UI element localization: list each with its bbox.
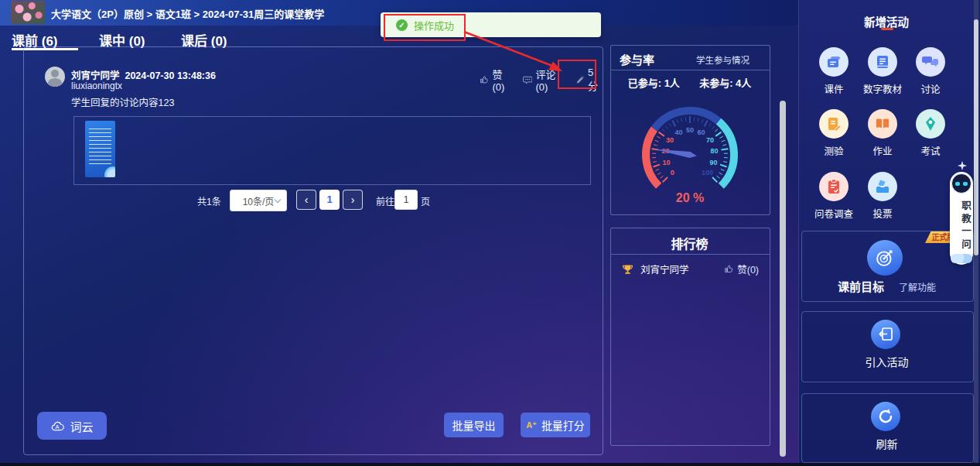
content-scrollbar[interactable] [780, 101, 786, 457]
activity-label: 课件 [809, 81, 859, 96]
activity-vote[interactable]: 投票 [858, 172, 907, 221]
wordcloud-button[interactable]: A 词云 [37, 412, 107, 440]
comment-content: 学生回复的讨论内容123 [71, 94, 174, 109]
comment-meta: 赞(0) 评论(0) 5分 [480, 67, 602, 93]
check-circle-icon: ✓ [396, 19, 408, 31]
trophy-icon [621, 263, 634, 276]
activity-label: 考试 [906, 143, 955, 158]
page-unit-label: 页 [421, 194, 430, 207]
courseware-icon [819, 47, 849, 77]
batch-export-label: 批量导出 [452, 417, 496, 433]
chevron-left-icon: ‹ [305, 194, 309, 206]
goto-page-input[interactable] [394, 190, 418, 210]
thumbs-up-icon [480, 74, 489, 85]
svg-text:50: 50 [686, 126, 694, 134]
sparkle-icon [958, 161, 967, 170]
refresh-icon [876, 407, 895, 426]
sidebar-title-underline [881, 28, 893, 30]
card-divider [611, 70, 770, 70]
activity-label: 问卷调查 [809, 206, 859, 221]
joined-count: 已参与: 1人 [628, 77, 680, 89]
svg-text:40: 40 [674, 128, 682, 136]
textbook-icon [868, 47, 897, 77]
goal-label-row: 课前目标 了解功能 [801, 278, 972, 294]
learn-more-link[interactable]: 了解功能 [899, 283, 936, 293]
not-joined-count: 未参与: 4人 [699, 77, 751, 89]
leaderboard-like-count: 赞(0) [737, 262, 759, 276]
sidebar-title: 新增活动 [798, 13, 975, 29]
activity-courseware[interactable]: 课件 [809, 47, 859, 96]
card-divider [611, 254, 770, 255]
activity-label: 讨论 [906, 81, 955, 96]
wordcloud-label: 词云 [70, 418, 93, 434]
score-button[interactable]: 5分 [575, 67, 602, 93]
participation-subtitle[interactable]: 学生参与情况 [696, 53, 750, 66]
activity-survey[interactable]: 问卷调查 [809, 172, 859, 221]
leaderboard-row: 刘宵宁同学 赞(0) [621, 262, 759, 276]
avatar [45, 67, 65, 87]
score-value: 5分 [588, 67, 602, 93]
success-toast: ✓ 操作成功 [381, 12, 601, 37]
chevron-down-icon [275, 197, 281, 203]
total-count: 共1条 [197, 194, 221, 207]
batch-score-button[interactable]: A⁺ 批量打分 [521, 413, 590, 437]
participation-percent: 20 % [620, 191, 760, 205]
activity-label: 数字教材 [858, 81, 907, 96]
robot-eye [955, 182, 960, 186]
activity-homework[interactable]: 作业 [858, 109, 907, 158]
current-page[interactable]: 1 [319, 190, 340, 210]
attachment-thumbnail[interactable] [85, 121, 115, 177]
survey-icon [819, 172, 849, 201]
svg-text:A: A [56, 423, 60, 430]
activity-discussion[interactable]: 讨论 [906, 47, 955, 96]
refresh-label: 刷新 [801, 436, 972, 451]
import-label: 引入活动 [801, 354, 972, 369]
comment-icon [523, 75, 532, 85]
page-size-value: 10条/页 [243, 194, 275, 207]
thumbs-up-icon [724, 264, 734, 274]
reply-button[interactable]: 评论(0) [523, 67, 565, 93]
activity-label: 作业 [858, 143, 907, 158]
leaderboard-likes: 赞(0) [724, 262, 759, 276]
student-username: liuxiaoningtx [71, 81, 122, 91]
assistant-widget[interactable]: 职教一问 [950, 172, 973, 265]
activity-digital-textbook[interactable]: 数字教材 [858, 47, 907, 96]
leaderboard-title: 排行榜 [610, 234, 769, 252]
like-count: 赞(0) [492, 67, 512, 93]
batch-score-label: 批量打分 [541, 417, 585, 433]
activity-quiz[interactable]: 测验 [809, 109, 859, 158]
svg-text:80: 80 [711, 147, 719, 155]
activity-label: 测验 [809, 143, 859, 158]
svg-text:60: 60 [698, 128, 705, 136]
leaderboard-name: 刘宵宁同学 [640, 262, 689, 276]
batch-export-button[interactable]: 批量导出 [444, 413, 504, 437]
app-logo [11, 1, 45, 24]
leaderboard-card [610, 228, 770, 446]
reply-count: 评论(0) [535, 67, 564, 93]
vote-icon [868, 172, 897, 201]
like-button[interactable]: 赞(0) [480, 67, 512, 93]
activity-exam[interactable]: 考试 [906, 109, 955, 158]
comment-time: 2024-07-30 13:48:36 [125, 70, 215, 81]
robot-icon [951, 173, 971, 194]
activity-label: 投票 [858, 206, 907, 221]
goal-target-button[interactable] [867, 240, 903, 276]
goto-label: 前往 [376, 194, 394, 207]
breadcrumb[interactable]: 大学语文（2P）原创 > 语文1班 > 2024-07-31周三的课堂教学 [51, 6, 324, 21]
window-scrollbar-thumb[interactable] [974, 19, 978, 255]
cloud-icon [951, 254, 972, 263]
exam-icon [916, 109, 945, 139]
attachment-box [73, 116, 591, 185]
svg-text:0: 0 [671, 169, 674, 176]
next-page-button[interactable]: › [343, 190, 363, 210]
svg-text:70: 70 [706, 136, 714, 144]
refresh-icon-circle[interactable] [871, 402, 900, 431]
wordcloud-icon: A [50, 420, 65, 432]
toast-text: 操作成功 [414, 18, 454, 33]
prev-page-button[interactable]: ‹ [296, 190, 316, 210]
page-size-select[interactable]: 10条/页 [230, 190, 287, 211]
target-icon [874, 247, 896, 269]
import-icon-circle[interactable] [871, 320, 900, 349]
svg-text:100: 100 [702, 169, 713, 176]
robot-eye [963, 182, 968, 186]
